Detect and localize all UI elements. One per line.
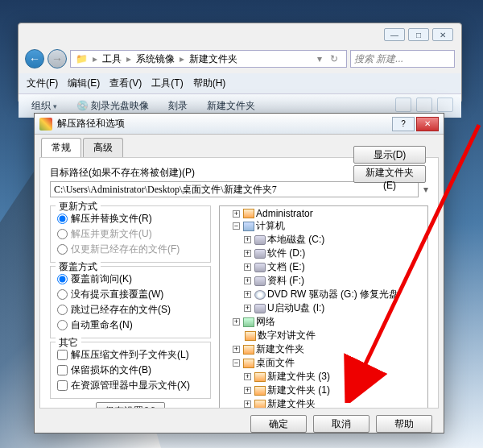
tree-admin[interactable]: Administrator <box>256 208 313 219</box>
update-group: 更新方式 解压并替换文件(R) 解压并更新文件(U) 仅更新已经存在的文件(F) <box>50 205 211 263</box>
burn-image-button[interactable]: 💿 刻录光盘映像 <box>72 97 154 114</box>
breadcrumb[interactable]: 📁▸ 工具▸ 系统镜像▸ 新建文件夹 ▾↻ <box>70 50 347 68</box>
tree-drive[interactable]: 本地磁盘 (C:) <box>267 233 324 247</box>
other-title: 其它 <box>56 336 81 350</box>
tab-general[interactable]: 常规 <box>41 138 81 157</box>
overwrite-group: 覆盖方式 覆盖前询问(K) 没有提示直接覆盖(W) 跳过已经存在的文件(S) 自… <box>50 266 211 338</box>
new-folder-button[interactable]: 新建文件夹(E) <box>353 165 426 183</box>
tree-item[interactable]: 数字对讲文件 <box>258 329 316 342</box>
other-group: 其它 解压压缩文件到子文件夹(L) 保留损坏的文件(B) 在资源管理器中显示文件… <box>50 342 211 399</box>
folder-tree[interactable]: +Administrator −计算机 +本地磁盘 (C:) +软件 (D:) … <box>219 205 428 409</box>
tab-advanced[interactable]: 高级 <box>83 138 123 157</box>
tree-drive[interactable]: 文档 (E:) <box>267 260 305 274</box>
tree-item[interactable]: 新建文件夹 (1) <box>267 384 330 397</box>
close-button[interactable]: ✕ <box>432 28 453 41</box>
tree-item[interactable]: 新建文件夹 <box>256 342 304 356</box>
chk-show[interactable]: 在资源管理器中显示文件(X) <box>57 378 204 393</box>
dest-path-input[interactable] <box>50 181 419 197</box>
help-button[interactable]: 帮助 <box>376 415 432 433</box>
dialog-titlebar[interactable]: 解压路径和选项 ? ✕ <box>35 114 444 135</box>
save-settings-button[interactable]: 保存设置(V) <box>96 402 165 409</box>
display-button[interactable]: 显示(D) <box>353 157 426 164</box>
explorer-window: — □ ✕ ← → 📁▸ 工具▸ 系统镜像▸ 新建文件夹 ▾↻ 搜索 新建...… <box>18 23 462 103</box>
tree-drive[interactable]: 软件 (D:) <box>267 247 305 260</box>
tree-item[interactable]: 新建文件夹 (3) <box>267 370 330 384</box>
overwrite-title: 覆盖方式 <box>56 260 101 274</box>
winrar-icon <box>39 118 52 131</box>
tree-drive[interactable]: 资料 (F:) <box>267 274 304 288</box>
preview-icon[interactable] <box>416 97 432 112</box>
menu-edit[interactable]: 编辑(E) <box>68 77 100 90</box>
cancel-button[interactable]: 取消 <box>313 415 369 433</box>
breadcrumb-item[interactable]: 新建文件夹 <box>188 52 239 66</box>
tree-usb[interactable]: U启动U盘 (I:) <box>267 301 324 315</box>
radio-skip[interactable]: 跳过已经存在的文件(S) <box>57 302 204 317</box>
tree-computer[interactable]: 计算机 <box>256 219 285 233</box>
breadcrumb-item[interactable]: 工具 <box>101 52 123 66</box>
folder-icon: 📁 <box>74 53 89 64</box>
menubar: 文件(F) 编辑(E) 查看(V) 工具(T) 帮助(H) <box>19 73 461 93</box>
radio-existing[interactable]: 仅更新已经存在的文件(F) <box>57 242 204 257</box>
burn-button[interactable]: 刻录 <box>163 97 192 114</box>
tree-network[interactable]: 网络 <box>256 315 275 329</box>
extract-dialog: 解压路径和选项 ? ✕ 常规 高级 目标路径(如果不存在将被创建)(P) ▾ 显… <box>34 113 444 433</box>
tree-dvd[interactable]: DVD RW 驱动器 (G:) 修复光盘 <box>267 288 398 301</box>
menu-help[interactable]: 帮助(H) <box>193 77 226 90</box>
view-icon[interactable] <box>395 97 411 112</box>
breadcrumb-item[interactable]: 系统镜像 <box>134 52 176 66</box>
radio-update[interactable]: 解压并更新文件(U) <box>57 226 204 242</box>
menu-tools[interactable]: 工具(T) <box>151 77 183 90</box>
radio-rename[interactable]: 自动重命名(N) <box>57 317 204 333</box>
help-icon[interactable] <box>437 97 453 112</box>
new-folder-button[interactable]: 新建文件夹 <box>202 97 260 114</box>
dialog-close-button[interactable]: ✕ <box>416 117 439 131</box>
dialog-help-button[interactable]: ? <box>392 117 415 131</box>
chk-broken[interactable]: 保留损坏的文件(B) <box>57 363 204 378</box>
dialog-title: 解压路径和选项 <box>57 117 125 131</box>
update-title: 更新方式 <box>56 200 101 214</box>
menu-view[interactable]: 查看(V) <box>109 77 142 90</box>
forward-button[interactable]: → <box>47 49 67 68</box>
radio-noprompt[interactable]: 没有提示直接覆盖(W) <box>57 287 204 302</box>
maximize-button[interactable]: □ <box>408 28 429 41</box>
organize-button[interactable]: 组织 <box>27 97 62 114</box>
minimize-button[interactable]: — <box>384 28 405 41</box>
tree-item[interactable]: 新建文件夹 <box>267 397 316 409</box>
ok-button[interactable]: 确定 <box>250 415 307 433</box>
search-input[interactable]: 搜索 新建... <box>350 50 455 68</box>
back-button[interactable]: ← <box>25 49 44 68</box>
tree-desktop[interactable]: 桌面文件 <box>256 356 295 370</box>
menu-file[interactable]: 文件(F) <box>27 77 58 90</box>
